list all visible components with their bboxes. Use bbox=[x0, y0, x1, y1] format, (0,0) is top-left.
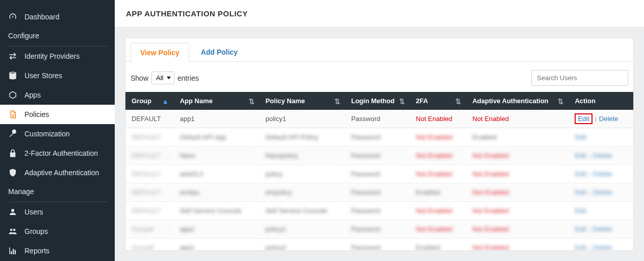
col-login[interactable]: Login Method⇅ bbox=[345, 92, 410, 110]
cube-icon bbox=[8, 90, 17, 100]
table-row: DEFAULTNavoNavopolicyPasswordNot Enabled… bbox=[125, 147, 633, 165]
cell-policy: policy1 bbox=[260, 220, 345, 239]
delete-link[interactable]: Delete bbox=[593, 225, 612, 233]
col-app[interactable]: App Name⇅ bbox=[174, 92, 260, 110]
cell-group: DEFAULT bbox=[125, 165, 174, 183]
cell-login: Password bbox=[345, 239, 410, 251]
sidebar-item-customization[interactable]: Customization bbox=[0, 124, 115, 144]
delete-link[interactable]: Delete bbox=[599, 115, 619, 123]
cell-action: Edit bbox=[569, 202, 633, 220]
wrench-icon bbox=[8, 129, 17, 138]
cell-2fa: Not Enabled bbox=[410, 202, 467, 220]
shield-icon bbox=[8, 168, 17, 177]
sidebar-item-label: Apps bbox=[24, 91, 41, 99]
panel: View Policy Add Policy Show All entries … bbox=[125, 38, 634, 251]
cell-group: DEFAULT bbox=[125, 110, 174, 128]
edit-link[interactable]: Edit bbox=[575, 152, 586, 159]
cell-app: emilya bbox=[174, 183, 260, 202]
edit-link[interactable]: Edit bbox=[575, 133, 586, 141]
sidebar-item-two-factor[interactable]: 2-Factor Authentication bbox=[0, 144, 115, 163]
cell-2fa: Enabled bbox=[410, 239, 467, 251]
cell-action: Edit | Delete bbox=[569, 110, 633, 128]
sidebar-item-apps[interactable]: Apps bbox=[0, 85, 115, 105]
cell-2fa: Not Enabled bbox=[410, 147, 467, 165]
cell-policy: policy2 bbox=[260, 239, 345, 251]
cell-group: DEFAULT bbox=[125, 147, 174, 165]
sidebar-section-manage: Manage bbox=[0, 182, 115, 200]
cell-action: Edit | Delete bbox=[569, 147, 633, 165]
search-input[interactable] bbox=[531, 70, 628, 86]
sidebar-item-label: Adaptive Authentication bbox=[24, 169, 99, 177]
cell-app: artaSL3 bbox=[174, 165, 260, 183]
cell-2fa: Enabled bbox=[410, 183, 467, 202]
sidebar-item-adaptive-auth[interactable]: Adaptive Authentication bbox=[0, 163, 115, 182]
cell-group: DEFAULT bbox=[125, 202, 174, 220]
cell-app: app1 bbox=[174, 239, 260, 251]
sidebar-item-users[interactable]: Users bbox=[0, 202, 115, 222]
cell-app: Default API App bbox=[174, 128, 260, 147]
cell-group: Group4 bbox=[125, 220, 174, 239]
col-adaptive[interactable]: Adaptive Authentication⇅ bbox=[466, 92, 569, 110]
col-action: Action bbox=[569, 92, 633, 110]
cell-app: app1 bbox=[174, 220, 260, 239]
table-row: DEFAULTemilyaempolicyPasswordEnabledNot … bbox=[125, 183, 633, 202]
delete-link[interactable]: Delete bbox=[593, 170, 612, 178]
delete-link[interactable]: Delete bbox=[593, 188, 612, 196]
cell-action: Edit | Delete bbox=[569, 165, 633, 183]
sidebar-item-dashboard[interactable]: Dashboard bbox=[0, 7, 115, 27]
delete-link[interactable]: Delete bbox=[593, 152, 612, 159]
cell-policy: policy bbox=[260, 165, 345, 183]
entries-select[interactable]: All bbox=[151, 72, 174, 84]
cell-adaptive: Not Enabled bbox=[466, 110, 569, 128]
cell-app: Self Service Console bbox=[174, 202, 260, 220]
cell-adaptive: Not Enabled bbox=[466, 165, 569, 183]
cell-adaptive: Not Enabled bbox=[466, 220, 569, 239]
sidebar: Dashboard Configure Identity Providers U… bbox=[0, 0, 115, 261]
sidebar-item-groups[interactable]: Groups bbox=[0, 222, 115, 241]
col-policy[interactable]: Policy Name⇅ bbox=[260, 92, 345, 110]
cell-adaptive: Not Enabled bbox=[466, 202, 569, 220]
arrows-icon bbox=[8, 52, 17, 61]
sidebar-item-label: Dashboard bbox=[24, 13, 60, 21]
col-2fa[interactable]: 2FA⇅ bbox=[410, 92, 467, 110]
sidebar-item-user-stores[interactable]: User Stores bbox=[0, 66, 115, 85]
cell-policy: Navopolicy bbox=[260, 147, 345, 165]
page-title: APP AUTHENTICATION POLICY bbox=[126, 9, 633, 18]
entries-label: entries bbox=[177, 74, 199, 82]
cell-group: DEFAULT bbox=[125, 183, 174, 202]
edit-link[interactable]: Edit bbox=[575, 113, 592, 124]
tab-view-policy[interactable]: View Policy bbox=[131, 43, 189, 62]
show-label: Show bbox=[131, 74, 148, 82]
delete-link[interactable]: Delete bbox=[593, 244, 612, 250]
edit-link[interactable]: Edit bbox=[575, 225, 586, 233]
lock-icon bbox=[8, 149, 17, 158]
page-header: APP AUTHENTICATION POLICY bbox=[115, 0, 644, 28]
sidebar-item-label: Users bbox=[24, 208, 43, 216]
tab-add-policy[interactable]: Add Policy bbox=[191, 42, 247, 61]
sort-asc-icon: ▲ bbox=[162, 97, 169, 105]
cell-action: Edit | Delete bbox=[569, 239, 633, 251]
main-content: APP AUTHENTICATION POLICY View Policy Ad… bbox=[115, 0, 644, 261]
cell-adaptive: Not Enabled bbox=[466, 183, 569, 202]
sidebar-item-label: User Stores bbox=[24, 72, 62, 80]
cell-adaptive: Not Enabled bbox=[466, 239, 569, 251]
cell-login: Password bbox=[345, 202, 410, 220]
sidebar-item-label: Customization bbox=[24, 130, 70, 138]
policy-table: Group▲ App Name⇅ Policy Name⇅ Login Meth… bbox=[125, 92, 633, 250]
edit-link[interactable]: Edit bbox=[575, 170, 586, 178]
sort-icon: ⇅ bbox=[249, 97, 254, 105]
sidebar-item-identity-providers[interactable]: Identity Providers bbox=[0, 46, 115, 66]
edit-link[interactable]: Edit bbox=[575, 188, 586, 196]
col-group[interactable]: Group▲ bbox=[125, 92, 174, 110]
cell-policy: Default API Policy bbox=[260, 128, 345, 147]
edit-link[interactable]: Edit bbox=[575, 207, 586, 215]
sidebar-item-label: Identity Providers bbox=[24, 52, 80, 60]
sidebar-item-reports[interactable]: Reports bbox=[0, 241, 115, 260]
cell-2fa: Not Enabled bbox=[410, 220, 467, 239]
sort-icon: ⇅ bbox=[399, 97, 405, 105]
group-icon bbox=[8, 227, 17, 236]
document-icon bbox=[8, 110, 17, 119]
sidebar-item-policies[interactable]: Policies bbox=[0, 105, 115, 124]
sidebar-section-configure: Configure bbox=[0, 27, 115, 44]
edit-link[interactable]: Edit bbox=[575, 244, 586, 250]
